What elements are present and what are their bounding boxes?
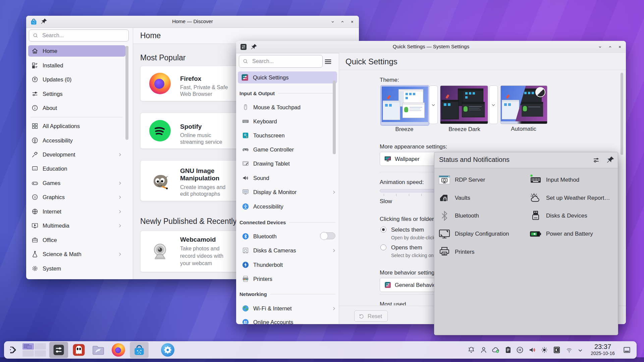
tray-item-power-battery[interactable]: Power and Battery	[530, 228, 593, 240]
tray-item-weather[interactable]: Set up Weather Report…	[530, 192, 610, 204]
sidebar-item-disks-cameras[interactable]: Disks & Cameras	[239, 244, 339, 256]
tray-item-printers[interactable]: Printers	[438, 246, 475, 258]
brightness-icon[interactable]	[540, 346, 548, 354]
speaker-icon	[242, 174, 249, 182]
sidebar-item-development[interactable]: Development	[28, 149, 125, 160]
virtual-desktop-pager[interactable]	[22, 343, 47, 357]
theme-thumbnail-breeze-dark[interactable]	[440, 85, 488, 124]
sidebar-item-drawing-tablet[interactable]: Drawing Tablet	[239, 158, 339, 170]
task-ghostwriter[interactable]	[72, 343, 86, 357]
clock[interactable]: 23:37 2025-10-16	[585, 343, 620, 357]
sidebar-item-installed[interactable]: Installed	[28, 60, 125, 71]
sidebar-item-graphics[interactable]: Graphics	[28, 191, 125, 203]
radio-opens-them[interactable]	[380, 244, 386, 250]
system-settings-titlebar[interactable]: Quick Settings — System Settings	[236, 41, 626, 53]
keyboard-layout-icon[interactable]	[553, 346, 561, 354]
notifications-bell-icon[interactable]	[467, 346, 475, 354]
section-header-connected-devices: Connected Devices	[239, 220, 335, 225]
theme-thumbnail-automatic[interactable]	[500, 85, 547, 124]
sidebar-scrollbar[interactable]	[333, 80, 336, 154]
sidebar-scrollbar[interactable]	[125, 46, 128, 140]
tray-item-disks-devices[interactable]: Disks & Devices	[530, 209, 587, 222]
content-scrollbar[interactable]	[621, 73, 623, 155]
sidebar-item-keyboard[interactable]: Keyboard	[239, 115, 339, 127]
task-konqueror[interactable]	[161, 343, 174, 357]
chevron-right-icon	[331, 248, 336, 253]
tray-item-rdp-server[interactable]: RDP Server	[438, 174, 485, 186]
theme-thumbnail-breeze[interactable]	[381, 85, 429, 125]
bluetooth-toggle[interactable]	[320, 232, 335, 239]
clock-time: 23:37	[585, 343, 620, 351]
radio-selects-them[interactable]	[380, 227, 386, 233]
close-button[interactable]	[347, 17, 357, 26]
sidebar-item-thunderbolt[interactable]: Thunderbolt	[239, 259, 339, 271]
tray-item-bluetooth[interactable]: Bluetooth	[438, 209, 479, 222]
sidebar-item-office[interactable]: Office	[28, 234, 125, 246]
reset-button[interactable]: Reset	[354, 310, 388, 322]
wifi-icon[interactable]	[565, 346, 573, 354]
toggle-knob	[320, 232, 328, 240]
sidebar-item-display-monitor[interactable]: Display & Monitor	[239, 186, 339, 198]
task-dolphin[interactable]	[92, 344, 105, 357]
sidebar-item-online-accounts[interactable]: Online Accounts	[239, 316, 339, 324]
sidebar-item-touchscreen[interactable]: Touchscreen	[239, 129, 339, 141]
sidebar-item-about[interactable]: About	[28, 102, 125, 114]
discover-search[interactable]	[29, 29, 129, 42]
cloud-sync-icon[interactable]	[492, 346, 500, 354]
sidebar-item-wifi-internet[interactable]: Wi-Fi & Internet	[239, 302, 339, 314]
tray-item-display-configuration[interactable]: Display Configuration	[438, 228, 509, 240]
minimize-button[interactable]	[328, 17, 337, 26]
theme-name: Breeze Dark	[440, 126, 489, 133]
discover-titlebar[interactable]: Home — Discover	[26, 16, 359, 28]
mouse-icon	[242, 104, 249, 111]
settings-search-input[interactable]	[252, 58, 319, 65]
sidebar-item-system[interactable]: System	[28, 263, 125, 274]
maximize-button[interactable]	[605, 42, 615, 52]
task-system-settings[interactable]	[49, 342, 68, 358]
sidebar-item-mouse-touchpad[interactable]: Mouse & Touchpad	[239, 101, 339, 113]
chevron-right-icon	[117, 152, 122, 157]
sidebar-item-quick-settings[interactable]: Quick Settings	[238, 71, 337, 83]
hammer-icon	[31, 151, 39, 158]
show-desktop-button[interactable]	[623, 346, 631, 354]
task-discover[interactable]	[130, 342, 149, 358]
sidebar-item-multimedia[interactable]: Multimedia	[28, 220, 125, 231]
clipboard-icon[interactable]	[504, 346, 512, 354]
pin-icon[interactable]	[606, 156, 615, 164]
tray-item-vaults[interactable]: Vaults	[438, 192, 470, 204]
theme-breeze-dropdown[interactable]	[429, 85, 438, 124]
media-pause-icon[interactable]	[516, 346, 524, 354]
sidebar-item-accessibility[interactable]: Accessibility	[28, 135, 125, 146]
sidebar-item-internet[interactable]: Internet	[28, 206, 125, 217]
maximize-button[interactable]	[338, 17, 347, 26]
task-firefox[interactable]	[112, 343, 125, 357]
hamburger-menu-icon[interactable]	[324, 57, 332, 66]
configure-icon[interactable]	[592, 156, 600, 164]
clipped-row: Most used	[380, 301, 406, 305]
user-icon[interactable]	[480, 346, 488, 354]
system-settings-task-icon	[52, 344, 65, 356]
minimize-button[interactable]	[595, 42, 605, 52]
sidebar-item-updates[interactable]: Updates (0)	[28, 74, 125, 85]
sidebar-item-settings[interactable]: Settings	[28, 88, 125, 100]
sidebar-item-games[interactable]: Games	[28, 177, 125, 189]
tray-expand-icon[interactable]	[577, 347, 584, 354]
settings-search[interactable]	[239, 55, 323, 68]
sidebar-item-education[interactable]: Education	[28, 163, 125, 174]
volume-icon[interactable]	[528, 346, 536, 354]
tray-item-input-method[interactable]: Input Method	[530, 174, 579, 186]
app-launcher-icon[interactable]	[9, 345, 18, 355]
sidebar-item-science-math[interactable]: Science & Math	[28, 248, 125, 260]
discover-search-input[interactable]	[42, 32, 125, 39]
battery-icon	[530, 228, 542, 240]
sidebar-item-accessibility[interactable]: Accessibility	[239, 200, 339, 213]
sidebar-item-printers[interactable]: Printers	[239, 273, 339, 285]
radio-sub-label: Select by clicking on it	[391, 253, 437, 258]
sidebar-item-sound[interactable]: Sound	[239, 172, 339, 184]
sidebar-item-game-controller[interactable]: Game Controller	[239, 143, 339, 156]
sidebar-item-home[interactable]: Home	[28, 45, 125, 57]
theme-breeze-dark-dropdown[interactable]	[489, 85, 498, 124]
close-button[interactable]	[615, 42, 625, 52]
wallpaper-icon	[384, 155, 391, 163]
sidebar-item-all-applications[interactable]: All Applications	[28, 120, 125, 132]
